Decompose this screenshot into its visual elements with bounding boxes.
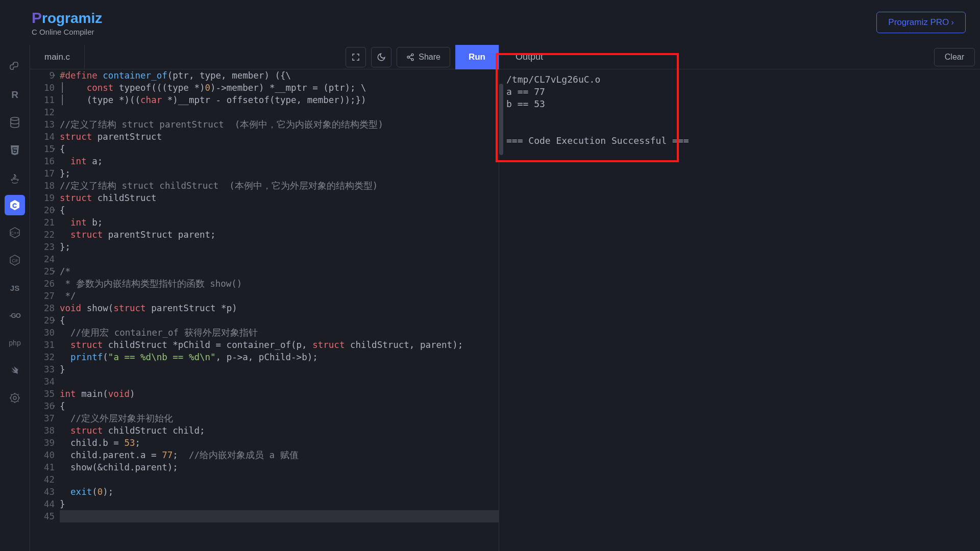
- programiz-pro-button[interactable]: Programiz PRO ›: [876, 12, 966, 33]
- share-icon: [406, 53, 414, 61]
- tab-main-c[interactable]: main.c: [30, 45, 85, 69]
- lang-html-icon[interactable]: [5, 140, 25, 160]
- logo-rest: rogramiz: [42, 10, 102, 27]
- lang-php-icon[interactable]: php: [5, 333, 25, 353]
- language-sidebar: R C++ C# JS -GO php: [0, 45, 30, 551]
- output-header: Output Clear: [499, 45, 980, 69]
- share-button[interactable]: Share: [397, 47, 450, 67]
- editor-pane: main.c Share Run 91011121314151617181920…: [30, 45, 499, 551]
- lang-java-icon[interactable]: [5, 167, 25, 188]
- editor-actions: Share Run: [346, 45, 499, 69]
- lang-swift-icon[interactable]: [5, 360, 25, 381]
- logo-p: P: [32, 9, 42, 27]
- lang-python-icon[interactable]: [5, 57, 25, 78]
- lang-sql-icon[interactable]: [5, 112, 25, 133]
- code-editor[interactable]: 9101112131415161718192021222324252627282…: [30, 69, 499, 551]
- run-button[interactable]: Run: [455, 45, 499, 69]
- subtitle: C Online Compiler: [32, 28, 102, 36]
- pro-label: Programiz PRO: [888, 17, 949, 28]
- clear-button[interactable]: Clear: [934, 48, 975, 66]
- chevron-right-icon: ›: [951, 17, 954, 28]
- lang-csharp-icon[interactable]: C#: [5, 250, 25, 270]
- line-gutter: 9101112131415161718192021222324252627282…: [30, 69, 60, 551]
- svg-point-6: [411, 54, 413, 56]
- lang-go-icon[interactable]: -GO: [5, 305, 25, 325]
- editor-header: main.c Share Run: [30, 45, 499, 69]
- lang-cpp-icon[interactable]: C++: [5, 222, 25, 243]
- output-scrollbar[interactable]: [499, 84, 503, 155]
- code-content[interactable]: #define container_of(ptr, type, member) …: [60, 69, 499, 551]
- lang-c-icon[interactable]: [5, 195, 25, 215]
- svg-point-4: [11, 394, 19, 402]
- theme-toggle-button[interactable]: [371, 47, 391, 67]
- svg-text:C#: C#: [12, 258, 18, 263]
- output-title: Output: [516, 52, 543, 62]
- lang-r-icon[interactable]: R: [5, 85, 25, 105]
- logo[interactable]: Programiz: [32, 9, 102, 27]
- svg-point-8: [411, 58, 413, 60]
- svg-point-1: [11, 117, 19, 120]
- share-label: Share: [419, 53, 440, 62]
- main: R C++ C# JS -GO php main.c Share: [0, 45, 980, 551]
- svg-point-0: [13, 63, 14, 64]
- logo-area: Programiz C Online Compiler: [32, 9, 102, 36]
- fullscreen-button[interactable]: [346, 47, 366, 67]
- header: Programiz C Online Compiler Programiz PR…: [0, 0, 980, 45]
- svg-point-5: [13, 396, 16, 399]
- svg-text:C++: C++: [10, 231, 19, 236]
- output-pane: Output Clear /tmp/CL7vLg26uC.o a == 77 b…: [499, 45, 980, 551]
- svg-point-7: [407, 56, 409, 58]
- output-body[interactable]: /tmp/CL7vLg26uC.o a == 77 b == 53 === Co…: [499, 69, 980, 551]
- lang-js-icon[interactable]: JS: [5, 278, 25, 298]
- lang-rust-icon[interactable]: [5, 388, 25, 408]
